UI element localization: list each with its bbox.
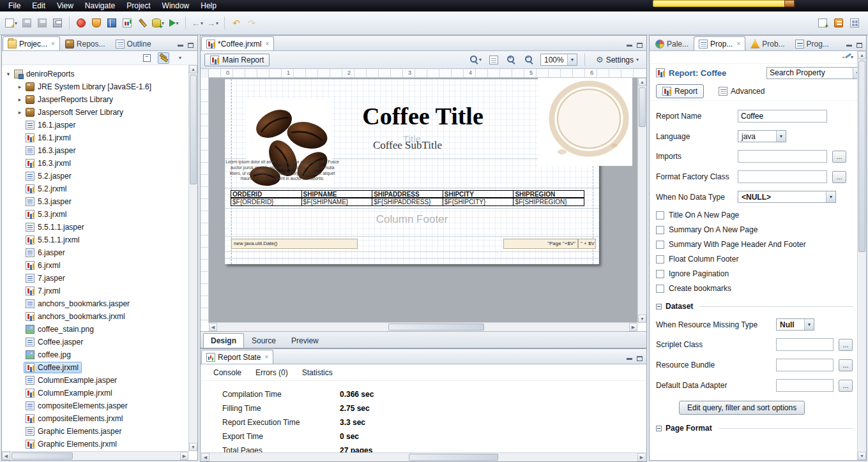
maximize-icon[interactable]	[188, 43, 194, 48]
print-button[interactable]	[50, 15, 65, 31]
scroll-down-icon[interactable]: ▼	[189, 443, 197, 451]
detail-field-cell[interactable]: $F{SHIPREGION}	[513, 198, 584, 206]
tree-item[interactable]: Graphic Elements.jasper	[2, 425, 188, 438]
run-button[interactable]: ▾	[167, 15, 181, 31]
scriplet-browse-button[interactable]: ...	[839, 339, 853, 351]
tree-item[interactable]: Graphic Elements.jrxml	[2, 438, 188, 451]
column-header-cell[interactable]: SHIPADDRESS	[372, 190, 443, 198]
tree-item[interactable]: anchors_bookmarks.jrxml	[2, 310, 188, 323]
report-subtitle-text[interactable]: Coffee SubTitle	[225, 139, 590, 152]
checkbox-summary-new-page[interactable]: Summary On A New Page	[656, 225, 851, 234]
tab-source[interactable]: Source	[244, 333, 284, 348]
edit-query-button[interactable]: Edit query, filter and sort options	[679, 401, 805, 415]
scroll-left-icon[interactable]: ◀	[209, 323, 217, 331]
scroll-right-icon[interactable]: ▶	[637, 453, 646, 461]
tree-item[interactable]: ColumnExample.jrxml	[2, 387, 188, 399]
column-header-cell[interactable]: ORDERID	[231, 190, 302, 198]
scroll-left-icon[interactable]: ◀	[2, 452, 10, 460]
close-icon[interactable]: ×	[265, 40, 269, 47]
tree-item[interactable]: ▸JRE System Library [JavaSE-1.6]	[2, 80, 188, 93]
tab-preview[interactable]: Preview	[284, 333, 326, 348]
checkbox-icon[interactable]	[656, 270, 664, 278]
tab-advanced[interactable]: Advanced	[713, 85, 770, 98]
report-table[interactable]: ORDERID SHIPNAME SHIPADDRESS SHIPCITY SH…	[231, 190, 584, 206]
subtab-console[interactable]: Console	[213, 368, 241, 377]
detail-row[interactable]: $F{ORDERID} $F{SHIPNAME} $F{SHIPADDRESS}…	[231, 198, 584, 206]
subtab-errors[interactable]: Errors (0)	[255, 368, 288, 377]
book-button[interactable]	[105, 15, 119, 31]
checkbox-summary-header-footer[interactable]: Summary With Page Header And Footer	[656, 240, 851, 249]
scroll-left-icon[interactable]: ◀	[201, 453, 209, 461]
checkbox-icon[interactable]	[656, 241, 664, 249]
scroll-right-icon[interactable]: ▶	[629, 323, 637, 331]
footer-page-count-field[interactable]: " + $V	[578, 239, 596, 249]
detail-field-cell[interactable]: $F{ORDERID}	[231, 198, 302, 206]
report-wizard-button[interactable]	[120, 15, 134, 31]
tree-item[interactable]: coffee_stain.png	[2, 323, 188, 336]
tree-item[interactable]: 16.1.jasper	[2, 119, 188, 131]
scroll-up-icon[interactable]: ▲	[638, 78, 646, 86]
zoom-level-combo[interactable]: 100% ▼	[540, 54, 577, 66]
checkbox-icon[interactable]	[656, 226, 664, 234]
forward-button[interactable]: →▾	[206, 15, 220, 31]
menu-help[interactable]: Help	[195, 1, 222, 11]
tree-item[interactable]: 16.3.jasper	[2, 144, 188, 157]
search-property-combo[interactable]: ▼	[766, 67, 862, 79]
page-format-section-header[interactable]: Page Format	[656, 424, 853, 433]
tree-item[interactable]: coffee.jpg	[2, 348, 188, 361]
maximize-icon[interactable]	[857, 43, 862, 48]
settings-button[interactable]: ⚙ Settings ▾	[592, 54, 643, 66]
scroll-right-icon[interactable]: ▶	[180, 452, 188, 460]
coffee-stain-image[interactable]	[538, 78, 632, 166]
expand-arrow-icon[interactable]: ▾	[4, 71, 12, 77]
zoom-tool-button[interactable]: ▾	[469, 52, 483, 68]
expand-arrow-icon[interactable]: ▸	[16, 96, 24, 103]
tree-item[interactable]: 5.2.jrxml	[2, 183, 188, 195]
tree-item[interactable]: 7.jrxml	[2, 285, 188, 297]
detail-field-cell[interactable]: $F{SHIPNAME}	[301, 198, 373, 206]
editor-horizontal-scrollbar[interactable]: ◀ ▶	[209, 322, 637, 331]
checkbox-icon[interactable]	[656, 255, 664, 264]
checkbox-title-new-page[interactable]: Title On A New Page	[656, 211, 851, 220]
detail-field-cell[interactable]: $F{SHIPCITY}	[443, 198, 514, 206]
tree-item-selected[interactable]: Coffee.jrxml	[2, 361, 188, 374]
undo-button[interactable]: ↶	[229, 15, 243, 31]
menu-file[interactable]: File	[3, 1, 26, 11]
column-header-cell[interactable]: SHIPREGION	[513, 190, 584, 198]
minimize-icon[interactable]	[846, 45, 852, 47]
bundle-browse-button[interactable]: ...	[839, 359, 853, 371]
close-icon[interactable]: ×	[51, 40, 55, 47]
tree-item[interactable]: 5.3.jrxml	[2, 208, 188, 221]
tab-properties[interactable]: Prop... ×	[694, 36, 745, 50]
tree-item[interactable]: anchors_bookmarks.jasper	[2, 297, 188, 310]
debug-button[interactable]	[74, 15, 88, 31]
menu-project[interactable]: Project	[121, 1, 156, 11]
zoom-out-button[interactable]: −	[522, 52, 537, 68]
footer-page-field[interactable]: "Page "+$V"	[503, 239, 578, 249]
checkbox-create-bookmarks[interactable]: Create bookmarks	[656, 284, 851, 293]
format-factory-browse-button[interactable]: ...	[832, 171, 846, 183]
new-wizard-button[interactable]: ▾	[4, 15, 19, 31]
footer-date-field[interactable]: new java.util.Date()	[231, 239, 358, 249]
edit-button[interactable]	[135, 15, 149, 31]
tab-repositories[interactable]: Repos...	[60, 36, 110, 50]
tab-problems[interactable]: Prob...	[745, 36, 789, 50]
tree-item[interactable]: ColumnExample.jasper	[2, 374, 188, 387]
imports-input[interactable]	[738, 150, 827, 163]
column-header-cell[interactable]: SHIPNAME	[301, 190, 373, 198]
subtab-statistics[interactable]: Statistics	[302, 368, 333, 377]
menu-navigate[interactable]: Navigate	[79, 1, 121, 11]
scriplet-class-input[interactable]	[776, 338, 834, 351]
tree-item[interactable]: compositeElements.jrxml	[2, 412, 188, 425]
search-property-input[interactable]	[767, 68, 853, 77]
scroll-down-icon[interactable]: ▼	[858, 452, 866, 460]
tree-item[interactable]: ▸Jaspersoft Server Library	[2, 106, 188, 119]
close-icon[interactable]: ×	[264, 354, 268, 361]
breadcrumb-main-report[interactable]: Main Report	[204, 54, 270, 66]
tree-item[interactable]: 7.jasper	[2, 272, 188, 285]
resource-missing-combo[interactable]: Null ▼	[776, 318, 814, 331]
checkbox-float-column-footer[interactable]: Float Column Footer	[656, 255, 851, 264]
tab-report[interactable]: Report	[656, 84, 704, 98]
minimize-icon[interactable]	[627, 358, 632, 360]
design-canvas[interactable]: Coffee Title Title Coffee SubTitle Lorem…	[201, 78, 646, 323]
